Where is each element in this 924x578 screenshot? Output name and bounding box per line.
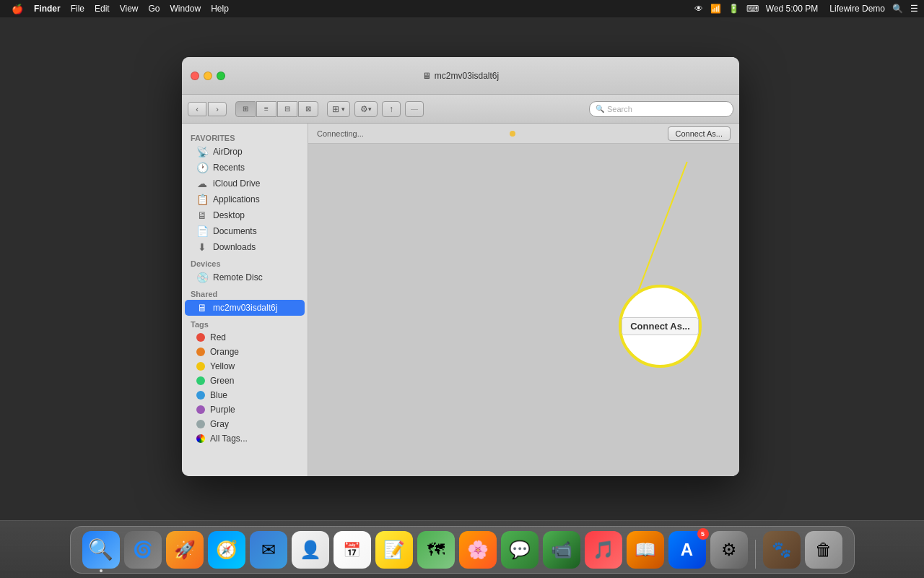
- sidebar-item-tag-red[interactable]: Red: [185, 330, 305, 345]
- screen-share-icon[interactable]: 👁: [694, 4, 703, 14]
- gray-dot: [196, 420, 205, 428]
- window-title-text: mc2mv03isdalt6j: [435, 71, 499, 81]
- sidebar-item-icloud[interactable]: ☁ iCloud Drive: [185, 176, 305, 191]
- close-button[interactable]: [191, 72, 199, 80]
- dock-notes[interactable]: 📝: [375, 531, 413, 569]
- back-button[interactable]: ‹: [188, 102, 206, 116]
- dock-appstore[interactable]: A 5: [668, 531, 706, 569]
- window-title-icon: 🖥: [422, 71, 431, 81]
- menubar-edit[interactable]: Edit: [90, 4, 115, 14]
- downloads-icon: ⬇: [196, 241, 208, 253]
- cover-flow-button[interactable]: ⊠: [298, 101, 318, 117]
- forward-icon: ›: [216, 105, 219, 113]
- arrange-button[interactable]: ⊞ ▾: [327, 101, 350, 117]
- sidebar-item-desktop[interactable]: 🖥 Desktop: [185, 207, 305, 223]
- photos-icon: 🌸: [467, 540, 489, 560]
- yellow-dot: [196, 362, 205, 371]
- sidebar: FAVORITES 📡 AirDrop 🕐 Recents ☁ iCloud D…: [182, 124, 308, 476]
- menubar-help[interactable]: Help: [206, 4, 234, 14]
- window-title: 🖥 mc2mv03isdalt6j: [422, 71, 499, 81]
- airdrop-label: AirDrop: [213, 147, 243, 157]
- column-view-button[interactable]: ⊟: [277, 101, 297, 117]
- dock-separator: [755, 540, 756, 569]
- facetime-icon: 📹: [551, 540, 572, 560]
- sidebar-item-remote-disc[interactable]: 💿 Remote Disc: [185, 269, 305, 285]
- dock-facetime[interactable]: 📹: [543, 531, 580, 569]
- sidebar-item-tag-purple[interactable]: Purple: [185, 402, 305, 417]
- icon-view-icon: ⊞: [243, 105, 248, 113]
- sidebar-item-tag-green[interactable]: Green: [185, 374, 305, 388]
- path-button[interactable]: —: [405, 101, 424, 117]
- user-name: Lifewire Demo: [829, 4, 885, 14]
- cover-flow-icon: ⊠: [305, 105, 311, 113]
- dock-calendar[interactable]: 📅: [334, 531, 371, 569]
- sidebar-item-tag-yellow[interactable]: Yellow: [185, 359, 305, 374]
- dock-launchpad[interactable]: 🚀: [166, 531, 204, 569]
- dock-messages[interactable]: 💬: [501, 531, 539, 569]
- apple-menu[interactable]: 🍎: [6, 4, 29, 14]
- menubar-view[interactable]: View: [115, 4, 144, 14]
- desktop: 🖥 mc2mv03isdalt6j ‹ › ⊞ ≡: [0, 17, 924, 520]
- dock-finder[interactable]: 🔍: [82, 531, 120, 569]
- back-icon: ‹: [196, 105, 199, 113]
- siri-icon: 🌀: [133, 540, 152, 559]
- window-body: FAVORITES 📡 AirDrop 🕐 Recents ☁ iCloud D…: [182, 124, 739, 476]
- appstore-icon: A: [681, 540, 693, 560]
- menubar-window[interactable]: Window: [165, 4, 206, 14]
- keyboard-icon[interactable]: ⌨: [746, 4, 759, 14]
- action-button[interactable]: ⚙ ▾: [354, 101, 378, 117]
- menubar-file[interactable]: File: [66, 4, 90, 14]
- sidebar-item-applications[interactable]: 📋 Applications: [185, 191, 305, 207]
- minimize-button[interactable]: [204, 72, 212, 80]
- dock-trash[interactable]: 🗑: [805, 531, 842, 569]
- wifi-icon[interactable]: 📶: [710, 4, 721, 14]
- all-tags-label: All Tags...: [210, 434, 248, 444]
- dock-misc[interactable]: 🐾: [763, 531, 801, 569]
- sidebar-item-documents[interactable]: 📄 Documents: [185, 223, 305, 239]
- notification-icon[interactable]: ☰: [910, 4, 918, 14]
- sidebar-item-tag-orange[interactable]: Orange: [185, 345, 305, 359]
- shared-host-icon: 🖥: [196, 302, 208, 314]
- icon-view-button[interactable]: ⊞: [235, 101, 256, 117]
- toolbar: ‹ › ⊞ ≡ ⊟ ⊠ ⊞: [182, 95, 739, 124]
- dock-ibooks[interactable]: 📖: [627, 531, 664, 569]
- sidebar-item-all-tags[interactable]: All Tags...: [185, 431, 305, 446]
- finder-icon: 🔍: [88, 538, 113, 561]
- sidebar-item-recents[interactable]: 🕐 Recents: [185, 160, 305, 176]
- dock-photos[interactable]: 🌸: [459, 531, 497, 569]
- dock-itunes[interactable]: 🎵: [585, 531, 622, 569]
- dock-safari[interactable]: 🧭: [208, 531, 245, 569]
- share-button[interactable]: ↑: [382, 101, 401, 117]
- arrange-chevron: ▾: [341, 105, 345, 113]
- dock-siri[interactable]: 🌀: [124, 531, 162, 569]
- forward-button[interactable]: ›: [208, 102, 227, 116]
- tag-purple-label: Purple: [210, 405, 235, 415]
- sidebar-item-shared-host[interactable]: 🖥 mc2mv03isdalt6j: [185, 300, 305, 316]
- tag-red-label: Red: [210, 332, 226, 342]
- sidebar-item-tag-blue[interactable]: Blue: [185, 388, 305, 402]
- search-menubar-icon[interactable]: 🔍: [892, 4, 903, 14]
- menubar-finder[interactable]: Finder: [29, 4, 66, 14]
- annotation-text: Connect As...: [628, 321, 692, 332]
- finder-dot: [100, 569, 103, 572]
- trash-icon: 🗑: [815, 540, 832, 560]
- maximize-button[interactable]: [217, 72, 225, 80]
- traffic-lights: [191, 72, 225, 80]
- sidebar-item-tag-gray[interactable]: Gray: [185, 417, 305, 431]
- sidebar-item-airdrop[interactable]: 📡 AirDrop: [185, 144, 305, 160]
- dock-system-prefs[interactable]: ⚙: [710, 531, 748, 569]
- connect-as-button[interactable]: Connect As...: [668, 126, 731, 141]
- search-box[interactable]: 🔍 Search: [589, 101, 733, 117]
- list-view-button[interactable]: ≡: [256, 101, 276, 117]
- purple-dot: [196, 405, 205, 414]
- orange-dot: [196, 348, 205, 356]
- dock-contacts[interactable]: 👤: [292, 531, 329, 569]
- menubar-go[interactable]: Go: [144, 4, 165, 14]
- icloud-label: iCloud Drive: [213, 178, 260, 189]
- dock-mail[interactable]: ✉: [250, 531, 287, 569]
- messages-icon: 💬: [509, 540, 531, 560]
- tag-yellow-label: Yellow: [210, 361, 235, 371]
- battery-icon[interactable]: 🔋: [728, 4, 739, 14]
- dock-maps[interactable]: 🗺: [417, 531, 455, 569]
- sidebar-item-downloads[interactable]: ⬇ Downloads: [185, 239, 305, 255]
